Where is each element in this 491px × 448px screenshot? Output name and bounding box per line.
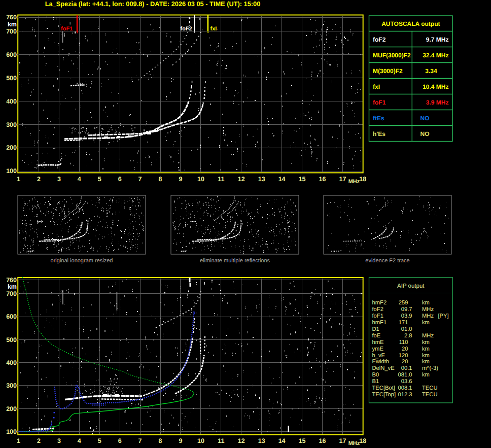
svg-text:km: km	[422, 359, 430, 365]
svg-text:MUF(3000)F2: MUF(3000)F2	[373, 52, 411, 59]
svg-text:171: 171	[399, 320, 408, 326]
svg-text:AIP output: AIP output	[397, 283, 425, 289]
svg-text:km: km	[422, 320, 430, 326]
svg-text:km: km	[8, 283, 17, 290]
svg-text:5: 5	[98, 176, 101, 183]
svg-text:1: 1	[17, 437, 20, 444]
svg-text:foF1: foF1	[372, 313, 383, 319]
svg-text:TEC[Bot]: TEC[Bot]	[372, 385, 395, 391]
svg-text:MHz: MHz	[422, 333, 434, 339]
svg-text:3: 3	[57, 176, 61, 183]
svg-text:09.7: 09.7	[401, 306, 412, 313]
svg-text:200: 200	[6, 144, 17, 151]
svg-text:km: km	[422, 339, 430, 346]
svg-text:6: 6	[118, 176, 122, 183]
svg-text:13: 13	[258, 437, 265, 444]
svg-text:fxI: fxI	[211, 26, 217, 32]
svg-text:NO: NO	[420, 115, 430, 122]
svg-text:B0: B0	[372, 372, 379, 378]
svg-text:500: 500	[6, 75, 17, 82]
svg-text:hmF2: hmF2	[372, 300, 387, 306]
svg-text:32.4 MHz: 32.4 MHz	[423, 52, 448, 59]
svg-text:h'Es: h'Es	[373, 130, 385, 137]
svg-text:eliminate multiple reflections: eliminate multiple reflections	[200, 258, 270, 264]
svg-text:2.8: 2.8	[404, 333, 412, 339]
svg-text:km: km	[8, 21, 17, 28]
svg-text:11: 11	[218, 176, 224, 183]
svg-text:foF2: foF2	[373, 36, 386, 43]
svg-text:100: 100	[6, 428, 17, 435]
svg-text:16: 16	[319, 437, 326, 444]
svg-text:12: 12	[238, 176, 245, 183]
svg-text:MHz: MHz	[348, 179, 360, 185]
svg-text:400: 400	[6, 98, 17, 105]
svg-text:TECU: TECU	[422, 392, 437, 398]
svg-text:1: 1	[17, 176, 20, 183]
svg-text:01.0: 01.0	[401, 326, 412, 332]
svg-text:3.34: 3.34	[425, 67, 437, 75]
svg-text:foF1: foF1	[373, 99, 386, 106]
svg-text:700: 700	[6, 290, 17, 297]
svg-text:8: 8	[159, 437, 162, 444]
svg-text:16: 16	[319, 176, 326, 183]
svg-text:foF2: foF2	[181, 26, 192, 32]
svg-text:5: 5	[98, 437, 101, 444]
svg-text:foE: foE	[372, 333, 381, 339]
svg-text:14: 14	[278, 176, 286, 183]
svg-text:NO: NO	[420, 130, 430, 137]
svg-text:D1: D1	[372, 326, 379, 332]
svg-text:hmF1: hmF1	[372, 320, 387, 326]
svg-text:17: 17	[339, 176, 346, 183]
svg-text:DelN_vE: DelN_vE	[372, 365, 395, 371]
svg-text:Ewidth: Ewidth	[372, 359, 390, 365]
svg-text:008.1: 008.1	[398, 385, 412, 391]
svg-text:300: 300	[6, 121, 17, 128]
svg-text:6: 6	[118, 437, 122, 444]
svg-text:ftEs: ftEs	[373, 115, 384, 122]
svg-text:MHz: MHz	[422, 306, 434, 313]
svg-text:3.9 MHz: 3.9 MHz	[426, 99, 449, 106]
svg-text:8: 8	[159, 176, 162, 183]
svg-text:7: 7	[138, 176, 142, 183]
svg-text:18: 18	[359, 176, 366, 183]
svg-text:10: 10	[197, 437, 204, 444]
svg-text:700: 700	[6, 28, 17, 35]
svg-text:012.3: 012.3	[398, 392, 412, 398]
svg-text:AUTOSCALA output: AUTOSCALA output	[381, 20, 440, 27]
svg-text:h_vE: h_vE	[372, 353, 385, 359]
svg-text:foF1: foF1	[61, 26, 73, 32]
svg-text:original ionogram resized: original ionogram resized	[51, 258, 113, 264]
svg-text:081.0: 081.0	[398, 372, 412, 378]
svg-text:600: 600	[6, 51, 17, 58]
svg-text:760: 760	[6, 277, 17, 284]
svg-text:18: 18	[359, 437, 366, 444]
svg-text:TEC[Top]: TEC[Top]	[372, 392, 396, 398]
svg-text:hmE: hmE	[372, 339, 384, 346]
svg-text:TECU: TECU	[422, 385, 437, 391]
svg-text:12: 12	[238, 437, 245, 444]
svg-text:9: 9	[179, 437, 182, 444]
svg-text:[PY]: [PY]	[438, 313, 449, 319]
svg-text:15: 15	[299, 437, 306, 444]
svg-text:20: 20	[402, 346, 408, 352]
svg-text:m^(-3): m^(-3)	[422, 365, 438, 371]
svg-text:11: 11	[218, 437, 224, 444]
svg-text:fxI: fxI	[373, 83, 380, 90]
svg-text:10: 10	[197, 176, 204, 183]
svg-text:4: 4	[78, 176, 81, 183]
svg-text:km: km	[422, 372, 430, 378]
svg-text:MHz: MHz	[422, 313, 434, 319]
svg-text:km: km	[422, 346, 430, 352]
svg-text:500: 500	[6, 336, 17, 343]
svg-text:B1: B1	[372, 378, 379, 385]
svg-text:km: km	[422, 300, 430, 306]
svg-text:110: 110	[399, 339, 408, 346]
svg-text:La_Spezia (lat: +44.1, lon: 00: La_Spezia (lat: +44.1, lon: 009.8) - DAT…	[45, 0, 261, 8]
svg-text:300: 300	[6, 382, 17, 389]
svg-text:120: 120	[399, 353, 408, 359]
svg-text:15: 15	[299, 176, 306, 183]
svg-text:9.7 MHz: 9.7 MHz	[426, 36, 449, 43]
svg-text:4: 4	[78, 437, 81, 444]
svg-text:00.1: 00.1	[401, 365, 412, 371]
svg-text:10.4 MHz: 10.4 MHz	[423, 83, 448, 90]
